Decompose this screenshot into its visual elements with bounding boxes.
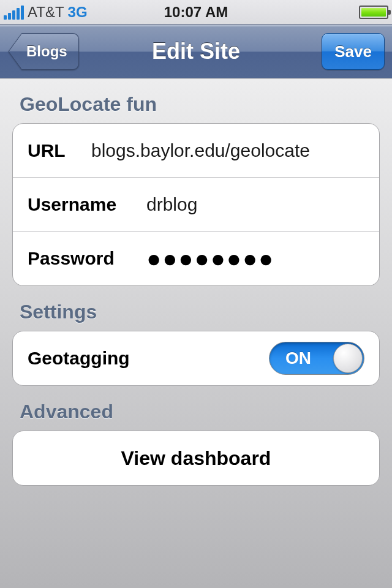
- url-row[interactable]: URL blogs.baylor.edu/geolocate: [13, 124, 379, 178]
- section-header-advanced: Advanced: [12, 386, 380, 431]
- username-field[interactable]: drblog: [146, 194, 364, 215]
- back-button[interactable]: Blogs: [7, 33, 79, 70]
- battery-icon: [359, 6, 388, 19]
- site-info-group: URL blogs.baylor.edu/geolocate Username …: [12, 123, 380, 286]
- section-header-settings: Settings: [12, 286, 380, 331]
- username-row[interactable]: Username drblog: [13, 178, 379, 232]
- settings-group: Geotagging ON: [12, 331, 380, 386]
- view-dashboard-button[interactable]: View dashboard: [13, 431, 379, 485]
- username-label: Username: [28, 194, 138, 215]
- toggle-on-label: ON: [285, 349, 311, 368]
- geotagging-toggle[interactable]: ON: [269, 342, 364, 375]
- url-field[interactable]: blogs.baylor.edu/geolocate: [91, 140, 364, 161]
- view-dashboard-label: View dashboard: [121, 447, 271, 470]
- geotagging-label: Geotagging: [28, 348, 130, 369]
- back-button-label: Blogs: [26, 43, 67, 60]
- geotagging-row: Geotagging ON: [13, 331, 379, 385]
- navigation-bar: Blogs Edit Site Save: [0, 24, 392, 78]
- connection-type-label: 3G: [68, 4, 88, 21]
- advanced-group: View dashboard: [12, 431, 380, 486]
- page-title: Edit Site: [152, 39, 240, 64]
- content-area: GeoLocate fun URL blogs.baylor.edu/geolo…: [0, 78, 392, 588]
- toggle-knob-icon: [333, 344, 363, 373]
- section-header-site: GeoLocate fun: [12, 78, 380, 123]
- url-label: URL: [28, 140, 83, 161]
- clock: 10:07 AM: [164, 4, 228, 21]
- status-bar: AT&T 3G 10:07 AM: [0, 0, 392, 24]
- save-button-label: Save: [334, 42, 372, 61]
- carrier-label: AT&T: [28, 4, 64, 21]
- back-arrow-icon: [7, 33, 22, 70]
- password-field[interactable]: ●●●●●●●●: [146, 245, 274, 273]
- password-label: Password: [28, 248, 138, 269]
- signal-bars-icon: [4, 6, 24, 20]
- save-button[interactable]: Save: [322, 33, 385, 70]
- password-row[interactable]: Password ●●●●●●●●: [13, 232, 379, 285]
